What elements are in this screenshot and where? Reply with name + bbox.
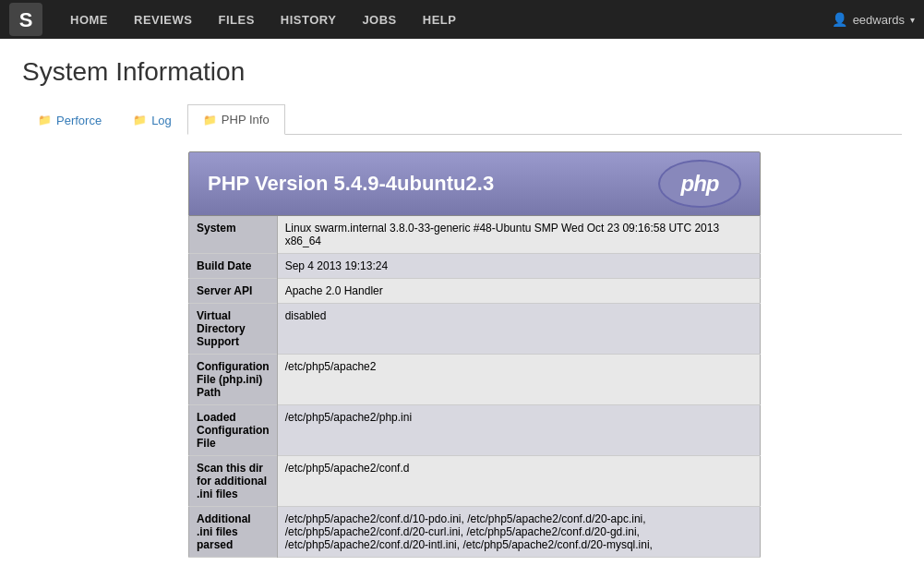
- log-icon: 📁: [133, 114, 147, 126]
- row-value: /etc/php5/apache2/conf.d: [277, 456, 760, 507]
- row-label: Virtual Directory Support: [189, 304, 278, 355]
- nav-files[interactable]: FILES: [205, 0, 267, 39]
- php-version-text: PHP Version 5.4.9-4ubuntu2.3: [208, 172, 494, 196]
- row-label: System: [189, 216, 278, 254]
- table-row: SystemLinux swarm.internal 3.8.0-33-gene…: [189, 216, 761, 254]
- tabs-bar: 📁 Perforce 📁 Log 📁 PHP Info: [22, 103, 902, 135]
- row-value: Linux swarm.internal 3.8.0-33-generic #4…: [277, 216, 760, 254]
- username: eedwards: [853, 13, 905, 27]
- row-value: /etc/php5/apache2: [277, 355, 760, 405]
- phpinfo-icon: 📁: [203, 114, 217, 126]
- nav-help[interactable]: HELP: [410, 0, 470, 39]
- php-version-header: PHP Version 5.4.9-4ubuntu2.3 php: [188, 151, 761, 216]
- phpinfo-table: SystemLinux swarm.internal 3.8.0-33-gene…: [188, 216, 761, 558]
- app-logo[interactable]: S: [9, 3, 42, 36]
- svg-text:php: php: [680, 171, 719, 196]
- nav-jobs[interactable]: JOBS: [349, 0, 409, 39]
- row-label: Scan this dir for additional .ini files: [189, 456, 278, 507]
- row-value: disabled: [277, 304, 760, 355]
- tab-perforce-label: Perforce: [56, 114, 102, 127]
- table-row: Build DateSep 4 2013 19:13:24: [189, 254, 761, 279]
- row-label: Build Date: [189, 254, 278, 279]
- phpinfo-container: PHP Version 5.4.9-4ubuntu2.3 php SystemL…: [188, 151, 761, 558]
- row-label: Loaded Configuration File: [189, 405, 278, 456]
- tab-log-label: Log: [151, 114, 172, 127]
- nav-links: HOME REVIEWS FILES HISTORY JOBS HELP: [57, 0, 832, 39]
- tab-phpinfo[interactable]: 📁 PHP Info: [187, 104, 285, 135]
- row-value: Apache 2.0 Handler: [277, 279, 760, 304]
- nav-history[interactable]: HISTORY: [268, 0, 350, 39]
- tab-log[interactable]: 📁 Log: [117, 104, 187, 135]
- row-label: Server API: [189, 279, 278, 304]
- chevron-down-icon: ▾: [910, 15, 915, 25]
- row-value: /etc/php5/apache2/php.ini: [277, 405, 760, 456]
- table-row: Loaded Configuration File/etc/php5/apach…: [189, 405, 761, 456]
- table-row: Server APIApache 2.0 Handler: [189, 279, 761, 304]
- top-nav: S HOME REVIEWS FILES HISTORY JOBS HELP 👤…: [0, 0, 924, 39]
- nav-reviews[interactable]: REVIEWS: [121, 0, 205, 39]
- nav-home[interactable]: HOME: [57, 0, 121, 39]
- table-row: Virtual Directory Supportdisabled: [189, 304, 761, 355]
- row-label: Configuration File (php.ini) Path: [189, 355, 278, 405]
- svg-text:S: S: [19, 8, 33, 31]
- table-row: Additional .ini files parsed/etc/php5/ap…: [189, 507, 761, 558]
- user-menu[interactable]: 👤 eedwards ▾: [832, 12, 915, 27]
- user-icon: 👤: [832, 12, 847, 27]
- tab-perforce[interactable]: 📁 Perforce: [22, 104, 117, 135]
- folder-icon: 📁: [38, 114, 52, 126]
- tab-phpinfo-label: PHP Info: [222, 113, 270, 126]
- php-logo: php: [658, 160, 741, 208]
- row-label: Additional .ini files parsed: [189, 507, 278, 558]
- row-value: /etc/php5/apache2/conf.d/10-pdo.ini, /et…: [277, 507, 760, 558]
- page-title: System Information: [22, 57, 902, 87]
- table-row: Configuration File (php.ini) Path/etc/ph…: [189, 355, 761, 405]
- row-value: Sep 4 2013 19:13:24: [277, 254, 760, 279]
- page-content: System Information 📁 Perforce 📁 Log 📁 PH…: [0, 39, 924, 566]
- table-row: Scan this dir for additional .ini files/…: [189, 456, 761, 507]
